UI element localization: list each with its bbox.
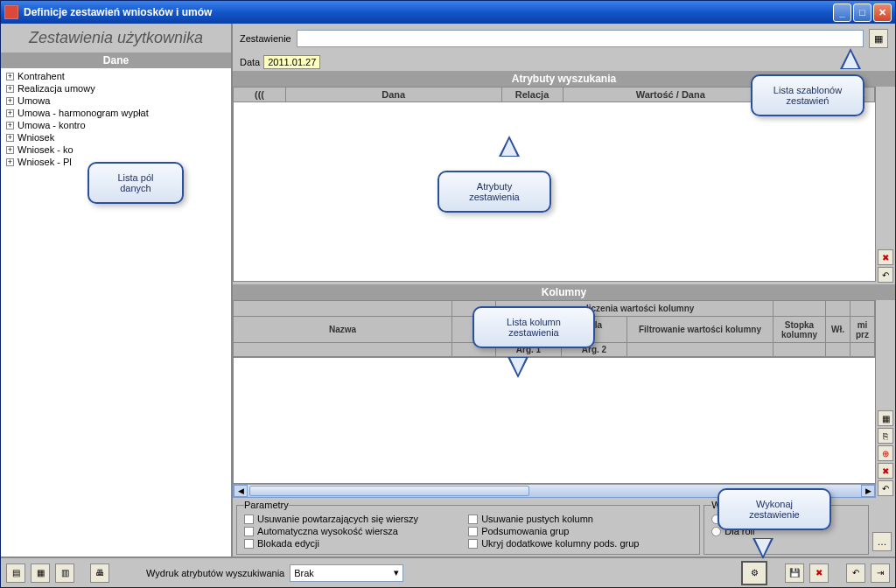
- checkbox-icon[interactable]: [468, 514, 478, 524]
- zestawienie-input[interactable]: [297, 30, 864, 47]
- scroll-right-icon[interactable]: ▶: [861, 485, 875, 497]
- section-dane: Dane: [1, 52, 231, 68]
- tree-item[interactable]: +Kontrahent: [3, 70, 229, 82]
- checkbox-icon[interactable]: [244, 514, 254, 524]
- expand-icon[interactable]: +: [6, 122, 14, 130]
- col-dana[interactable]: Dana: [286, 88, 502, 102]
- maximize-button[interactable]: □: [853, 4, 872, 22]
- minimize-button[interactable]: _: [833, 4, 851, 22]
- titlebar: Definicje zestawień wniosków i umów _ □ …: [1, 1, 895, 24]
- tool2-icon[interactable]: ▦: [31, 564, 50, 583]
- tree-item[interactable]: +Umowa: [3, 94, 229, 107]
- copy-icon[interactable]: ⎘: [878, 428, 893, 444]
- col-mi[interactable]: mi prz: [850, 317, 875, 343]
- add-icon[interactable]: ⊕: [878, 445, 893, 461]
- delete-row-icon[interactable]: ✖: [878, 463, 893, 479]
- callout-wykonaj: Wykonaj zestawienie: [718, 488, 831, 530]
- save-icon[interactable]: 💾: [785, 564, 804, 583]
- wydruk-dropdown[interactable]: Brak ▾: [290, 564, 403, 582]
- left-panel: Zestawienia użytkownika Dane +Kontrahent…: [1, 24, 233, 556]
- bottom-toolbar: ▤ ▦ ▥ 🖶 Wydruk atrybutów wyszukiwania Br…: [1, 557, 895, 587]
- undo-icon[interactable]: ↶: [846, 564, 865, 583]
- expand-icon[interactable]: +: [6, 97, 14, 105]
- param-checkbox[interactable]: Usuwanie powtarzających się wierszy: [244, 514, 468, 524]
- param-checkbox[interactable]: Podsumowania grup: [468, 526, 692, 536]
- tree-item[interactable]: +Realizacja umowy: [3, 82, 229, 94]
- chevron-down-icon: ▾: [394, 567, 399, 578]
- kolumny-header: Kolumny: [233, 284, 895, 300]
- callout-lista-pol: Lista pól danych: [88, 162, 184, 204]
- atrybuty-toolbar: ✖ ↶: [876, 87, 895, 284]
- expand-icon[interactable]: +: [6, 158, 14, 166]
- tool1-icon[interactable]: ▤: [6, 564, 25, 583]
- close-button[interactable]: ✕: [873, 4, 892, 22]
- print-icon[interactable]: 🖶: [90, 564, 109, 583]
- exit-icon[interactable]: ⇥: [871, 564, 890, 583]
- col-filtrowanie[interactable]: Filtrowanie wartości kolumny: [627, 317, 774, 343]
- col-stopka[interactable]: Stopka kolumny: [774, 317, 826, 343]
- expand-icon[interactable]: +: [6, 73, 14, 80]
- col-relacja[interactable]: Relacja: [502, 88, 564, 102]
- tree-item[interactable]: +Umowa - harmonogram wypłat: [3, 107, 229, 119]
- scroll-thumb[interactable]: [249, 486, 529, 496]
- param-checkbox[interactable]: Blokada edycji: [244, 538, 468, 549]
- expand-icon[interactable]: +: [6, 109, 14, 117]
- tree-item[interactable]: +Wniosek: [3, 131, 229, 144]
- undo-icon[interactable]: ↶: [878, 480, 893, 496]
- callout-kolumny: Lista kolumn zestawienia: [472, 306, 595, 348]
- col-nazwa[interactable]: Nazwa: [234, 317, 452, 343]
- tree-item[interactable]: +Umowa - kontro: [3, 119, 229, 131]
- callout-szablony: Lista szablonów zestawień: [751, 74, 864, 116]
- tree-item[interactable]: +Wniosek - ko: [3, 144, 229, 156]
- checkbox-icon[interactable]: [468, 539, 478, 549]
- templates-button[interactable]: ▦: [869, 29, 888, 48]
- param-checkbox[interactable]: Automatyczna wysokość wiersza: [244, 526, 468, 536]
- expand-icon[interactable]: +: [6, 146, 14, 154]
- delete-row-icon[interactable]: ✖: [878, 249, 893, 265]
- checkbox-icon[interactable]: [244, 527, 254, 536]
- parametry-legend: Parametry: [244, 500, 289, 510]
- scroll-left-icon[interactable]: ◀: [234, 485, 248, 497]
- expand-icon[interactable]: +: [6, 85, 14, 93]
- browse-button[interactable]: …: [872, 532, 892, 551]
- kolumny-toolbar: ▦ ⎘ ⊕ ✖ ↶: [876, 300, 895, 498]
- data-tree[interactable]: +Kontrahent +Realizacja umowy +Umowa +Um…: [1, 68, 231, 556]
- col-wl[interactable]: Wł.: [826, 317, 850, 343]
- expand-icon[interactable]: +: [6, 134, 14, 142]
- tool3-icon[interactable]: ▥: [55, 564, 74, 583]
- checkbox-icon[interactable]: [244, 539, 254, 549]
- kolumny-grid-body[interactable]: [233, 358, 876, 484]
- checkbox-icon[interactable]: [468, 527, 478, 536]
- param-checkbox[interactable]: Ukryj dodatkowe kolumny pods. grup: [468, 538, 692, 549]
- undo-icon[interactable]: ↶: [878, 267, 893, 283]
- panel-title: Zestawienia użytkownika: [1, 24, 231, 52]
- wydruk-label: Wydruk atrybutów wyszukiwania: [146, 568, 284, 578]
- app-icon: [4, 5, 18, 19]
- col-wartosc[interactable]: Wartość / Dana: [564, 88, 780, 102]
- zestawienie-label: Zestawienie: [240, 33, 291, 44]
- grid-icon[interactable]: ▦: [878, 410, 893, 426]
- window-title: Definicje zestawień wniosków i umów: [24, 6, 833, 18]
- parametry-group: Parametry Usuwanie powtarzających się wi…: [236, 500, 700, 555]
- date-value[interactable]: 2011.01.27: [263, 55, 320, 69]
- date-label: Data: [240, 57, 260, 67]
- cancel-icon[interactable]: ✖: [809, 564, 829, 583]
- atrybuty-grid-body[interactable]: [233, 102, 876, 282]
- callout-atrybuty: Atrybuty zestawienia: [438, 171, 551, 213]
- execute-button[interactable]: ⚙: [741, 561, 767, 585]
- col-paren-open[interactable]: (((: [234, 88, 286, 102]
- param-checkbox[interactable]: Usuwanie pustych kolumn: [468, 514, 692, 524]
